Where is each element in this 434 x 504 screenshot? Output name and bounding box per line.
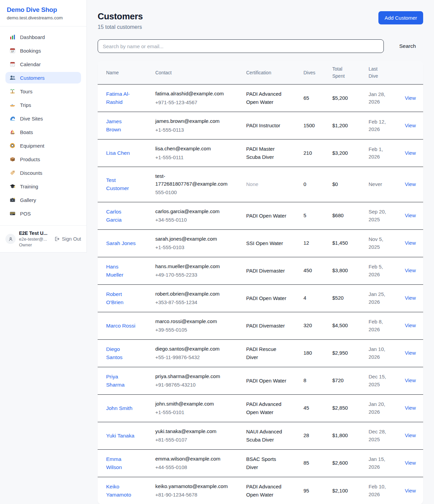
total-spent-cell: $680 — [332, 202, 369, 229]
view-link[interactable]: View — [405, 95, 416, 101]
certification-cell: PADI Open Water — [246, 284, 303, 312]
people-icon — [9, 75, 16, 81]
customer-phone: +1-555-0103 — [155, 244, 243, 251]
total-spent-cell: $3,800 — [332, 257, 369, 284]
customer-name-link[interactable]: Emma Wilson — [106, 455, 136, 471]
calendar-date-icon: 17 — [9, 48, 16, 54]
sidebar-item-label: Trips — [20, 102, 31, 108]
certification-cell: PADI Divemaster — [246, 312, 303, 339]
customer-name-link[interactable]: Hans Mueller — [106, 263, 136, 279]
certification-cell: PADI Advanced Open Water — [246, 85, 303, 112]
view-link[interactable]: View — [405, 240, 416, 246]
table-row: James Brown james.brown@example.com +1-5… — [98, 112, 423, 139]
sidebar-item-dive-sites[interactable]: Dive Sites — [5, 113, 81, 124]
view-link[interactable]: View — [405, 212, 416, 218]
view-link[interactable]: View — [405, 267, 416, 273]
contact-cell: test-1772681807767@example.com 555-0100 — [155, 167, 246, 202]
certification-cell: NAUI Advanced Scuba Diver — [246, 422, 303, 449]
sign-out-button[interactable]: Sign Out — [54, 236, 81, 242]
customer-name-link[interactable]: Fatima Al-Rashid — [106, 90, 136, 106]
sidebar-item-pos[interactable]: POS — [5, 208, 81, 219]
sidebar-item-dashboard[interactable]: Dashboard — [5, 31, 81, 43]
sidebar-item-calendar[interactable]: Calendar — [5, 58, 81, 70]
customer-name-link[interactable]: Keiko Yamamoto — [106, 483, 136, 499]
sidebar-item-gallery[interactable]: Gallery — [5, 194, 81, 206]
search-button[interactable]: Search — [392, 40, 423, 52]
certification-cell: PADI Advanced Open Water — [246, 477, 303, 504]
contact-cell: fatima.alrashid@example.com +971-55-123-… — [155, 85, 246, 112]
customer-name-link[interactable]: James Brown — [106, 117, 136, 134]
page-subtitle: 15 total customers — [98, 24, 143, 30]
column-header-contact: Contact — [155, 61, 246, 85]
total-spent-cell: $5,200 — [332, 85, 369, 112]
bar-chart-icon — [9, 34, 16, 40]
customer-name-link[interactable]: Robert O'Brien — [106, 290, 136, 306]
add-customer-button[interactable]: Add Customer — [378, 11, 423, 24]
customer-name-link[interactable]: Priya Sharma — [106, 373, 136, 389]
sidebar-item-customers[interactable]: Customers — [5, 72, 81, 83]
graduation-cap-icon — [9, 183, 16, 189]
view-link[interactable]: View — [405, 405, 416, 411]
customer-phone: +55-11-99876-5432 — [155, 354, 243, 361]
view-link[interactable]: View — [405, 322, 416, 328]
certification-cell: PADI Instructor — [246, 112, 303, 139]
sidebar-item-products[interactable]: Products — [5, 153, 81, 165]
sidebar-item-label: Products — [20, 156, 40, 162]
view-link[interactable]: View — [405, 488, 416, 493]
view-link[interactable]: View — [405, 432, 416, 438]
table-row: Test Customer test-1772681807767@example… — [98, 167, 423, 202]
sidebar-item-label: Gallery — [20, 197, 36, 203]
customer-name-link[interactable]: Diego Santos — [106, 345, 136, 361]
last-dive-cell: Feb 1, 2026 — [369, 139, 405, 167]
view-link[interactable]: View — [405, 123, 416, 128]
view-link[interactable]: View — [405, 350, 416, 356]
column-header-total-spent: Total Spent — [332, 61, 369, 85]
desert-island-icon — [9, 88, 16, 94]
sidebar-item-label: Discounts — [20, 170, 42, 176]
view-link[interactable]: View — [405, 150, 416, 156]
contact-cell: lisa.chen@example.com +1-555-0111 — [155, 139, 246, 167]
sidebar-header: Demo Dive Shop demo.test.divestreams.com — [0, 0, 86, 26]
sidebar-item-equipment[interactable]: Equipment — [5, 140, 81, 151]
sidebar-item-bookings[interactable]: 17 Bookings — [5, 45, 81, 56]
total-spent-cell: $2,100 — [332, 477, 369, 504]
customer-name-link[interactable]: Lisa Chen — [106, 149, 130, 157]
user-meta: E2E Test U... e2e-tester@... Owner — [19, 230, 47, 247]
search-input[interactable] — [98, 39, 384, 53]
contact-cell: hans.mueller@example.com +49-170-555-223… — [155, 257, 246, 284]
contact-cell: robert.obrien@example.com +353-87-555-12… — [155, 284, 246, 312]
sidebar-item-label: Boats — [20, 129, 33, 135]
view-link[interactable]: View — [405, 295, 416, 301]
customer-name-link[interactable]: Marco Rossi — [106, 322, 135, 330]
certification-cell: PADI Divemaster — [246, 257, 303, 284]
table-row: Marco Rossi marco.rossi@example.com +39-… — [98, 312, 423, 339]
customer-email: robert.obrien@example.com — [155, 290, 229, 298]
sidebar-item-training[interactable]: Training — [5, 181, 81, 192]
total-spent-cell: $720 — [332, 367, 369, 394]
contact-cell: diego.santos@example.com +55-11-99876-54… — [155, 339, 246, 367]
certification-cell: PADI Advanced Open Water — [246, 394, 303, 422]
dives-cell: 95 — [303, 477, 332, 504]
customer-name-link[interactable]: Test Customer — [106, 176, 136, 192]
customer-name-link[interactable]: Yuki Tanaka — [106, 432, 134, 440]
sidebar-item-trips[interactable]: Trips — [5, 99, 81, 111]
last-dive-cell: Jan 20, 2026 — [369, 394, 405, 422]
view-link[interactable]: View — [405, 377, 416, 383]
view-link[interactable]: View — [405, 460, 416, 466]
dives-cell: 5 — [303, 202, 332, 229]
customer-email: lisa.chen@example.com — [155, 145, 229, 153]
last-dive-cell: Nov 5, 2025 — [369, 229, 405, 257]
total-spent-cell: $3,200 — [332, 139, 369, 167]
sidebar-item-boats[interactable]: Boats — [5, 126, 81, 138]
dives-cell: 8 — [303, 367, 332, 394]
customer-email: fatima.alrashid@example.com — [155, 90, 229, 98]
last-dive-cell: Feb 8, 2026 — [369, 312, 405, 339]
customer-name-link[interactable]: Sarah Jones — [106, 239, 136, 247]
customers-table: Name Contact Certification Dives Total S… — [98, 61, 423, 504]
dives-cell: 28 — [303, 422, 332, 449]
view-link[interactable]: View — [405, 181, 416, 187]
sidebar-item-tours[interactable]: Tours — [5, 86, 81, 97]
customer-name-link[interactable]: Carlos Garcia — [106, 208, 136, 224]
sidebar-item-discounts[interactable]: Discounts — [5, 167, 81, 179]
customer-name-link[interactable]: John Smith — [106, 404, 133, 412]
